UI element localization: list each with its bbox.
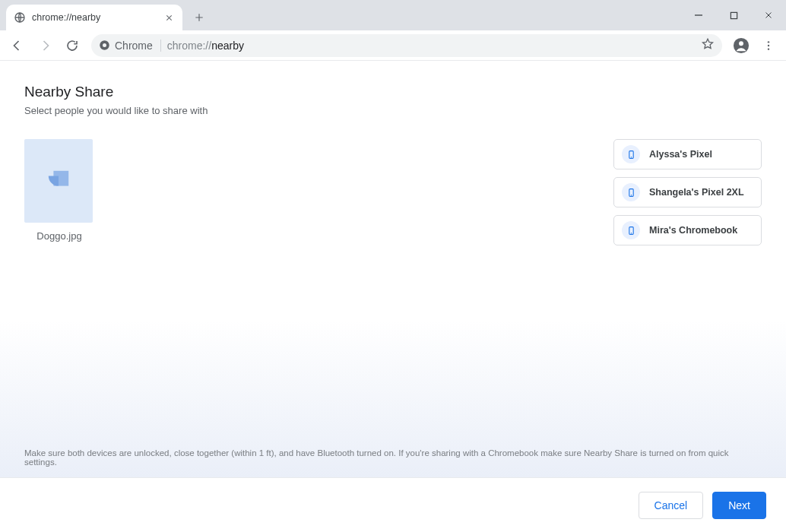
- device-name-label: Shangela's Pixel 2XL: [649, 187, 744, 198]
- chrome-icon: [99, 40, 110, 51]
- phone-icon: [622, 221, 640, 239]
- maximize-button[interactable]: [716, 3, 751, 27]
- page-content: Nearby Share Select people you would lik…: [0, 61, 786, 532]
- dialog-footer: Cancel Next: [0, 477, 786, 532]
- svg-point-8: [768, 48, 769, 49]
- forward-button[interactable]: [32, 33, 58, 59]
- close-window-button[interactable]: [751, 3, 786, 27]
- image-file-icon: [42, 164, 75, 198]
- device-item[interactable]: Shangela's Pixel 2XL: [613, 177, 762, 207]
- url-scheme: chrome://: [167, 40, 211, 52]
- page-header: Nearby Share Select people you would lik…: [0, 61, 786, 122]
- svg-point-5: [739, 41, 743, 46]
- page-title: Nearby Share: [24, 84, 762, 100]
- address-bar[interactable]: Chrome chrome://nearby: [91, 34, 722, 57]
- new-tab-button[interactable]: [189, 7, 210, 28]
- svg-rect-1: [731, 12, 737, 18]
- file-preview[interactable]: Doggo.jpg: [24, 139, 94, 242]
- svg-point-3: [103, 43, 106, 47]
- title-bar: chrome://nearby: [0, 0, 786, 30]
- page-subtitle: Select people you would like to share wi…: [24, 105, 762, 116]
- close-tab-icon[interactable]: [163, 11, 175, 24]
- device-item[interactable]: Alyssa's Pixel: [613, 139, 762, 169]
- cancel-button[interactable]: Cancel: [639, 492, 704, 519]
- toolbar: Chrome chrome://nearby: [0, 30, 786, 61]
- minimize-button[interactable]: [681, 3, 716, 27]
- helper-text: Make sure both devices are unlocked, clo…: [24, 448, 762, 467]
- phone-icon: [622, 183, 640, 201]
- browser-tab[interactable]: chrome://nearby: [6, 5, 182, 30]
- globe-icon: [14, 11, 26, 24]
- next-button[interactable]: Next: [712, 492, 766, 519]
- chrome-chip-label: Chrome: [115, 40, 153, 52]
- device-name-label: Alyssa's Pixel: [649, 149, 712, 160]
- svg-point-6: [768, 41, 769, 43]
- share-content-row: Doggo.jpg Alyssa's Pixel Shangela's Pixe…: [0, 122, 786, 245]
- svg-point-7: [768, 44, 769, 46]
- tab-title: chrome://nearby: [32, 12, 157, 23]
- profile-avatar[interactable]: [728, 33, 754, 59]
- url-display: chrome://nearby: [167, 40, 244, 52]
- chrome-chip: Chrome: [99, 40, 161, 52]
- file-thumbnail: [24, 139, 93, 223]
- phone-icon: [622, 145, 640, 163]
- device-name-label: Mira's Chromebook: [649, 225, 737, 236]
- file-name-label: Doggo.jpg: [24, 230, 94, 242]
- bookmark-star-icon[interactable]: [701, 37, 715, 53]
- device-list: Alyssa's Pixel Shangela's Pixel 2XL Mira…: [613, 139, 762, 245]
- kebab-menu-icon[interactable]: [756, 33, 781, 59]
- reload-button[interactable]: [59, 33, 85, 59]
- url-path: nearby: [211, 40, 244, 52]
- back-button[interactable]: [5, 33, 30, 59]
- window-controls: [681, 0, 786, 30]
- device-item[interactable]: Mira's Chromebook: [613, 215, 762, 245]
